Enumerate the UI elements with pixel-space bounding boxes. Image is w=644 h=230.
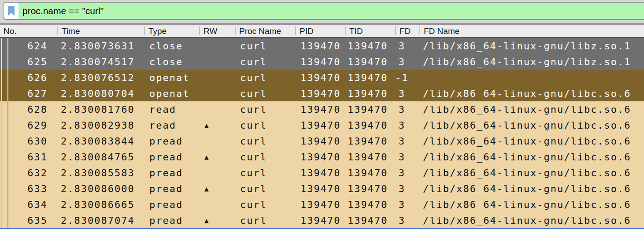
related-events-gutter xyxy=(0,70,8,85)
column-header-pid[interactable]: PID xyxy=(295,25,345,37)
no-cell: 626 xyxy=(8,72,57,83)
fd_name-cell: /lib/x86_64-linux-gnu/libz.so.1 xyxy=(419,56,644,67)
pid-cell: 139470 xyxy=(295,41,345,52)
pid-cell: 139470 xyxy=(295,120,345,131)
fd_name-cell: /lib/x86_64-linux-gnu/libc.so.6 xyxy=(419,199,644,210)
pid-cell: 139470 xyxy=(295,152,345,163)
related-events-gutter xyxy=(0,38,8,54)
fd-cell: 3 xyxy=(395,183,419,194)
pid-cell: 139470 xyxy=(295,88,345,99)
fd-cell: 3 xyxy=(395,120,419,131)
fd_name-cell: /lib/x86_64-linux-gnu/libc.so.6 xyxy=(419,104,644,115)
no-cell: 627 xyxy=(8,88,57,99)
event-row-625[interactable]: 6252.830074517closecurl1394701394703/lib… xyxy=(0,54,644,70)
column-header-proc[interactable]: Proc Name xyxy=(235,25,295,37)
time-cell: 2.830085583 xyxy=(57,167,144,178)
proc-cell: curl xyxy=(235,41,295,52)
column-header-time[interactable]: Time xyxy=(57,25,144,37)
fd-cell: 3 xyxy=(395,215,419,226)
pid-cell: 139470 xyxy=(295,136,345,147)
event-row-628[interactable]: 6282.830081760readcurl1394701394703/lib/… xyxy=(0,101,644,117)
partially-visible-selected-row[interactable] xyxy=(0,228,644,229)
pid-cell: 139470 xyxy=(295,215,345,226)
tid-cell: 139470 xyxy=(345,104,395,115)
tid-cell: 139470 xyxy=(345,199,395,210)
pid-cell: 139470 xyxy=(295,199,345,210)
type-cell: read xyxy=(144,120,199,131)
type-cell: close xyxy=(144,41,199,52)
event-row-629[interactable]: 6292.830082938read▲curl1394701394703/lib… xyxy=(0,117,644,133)
related-events-gutter xyxy=(0,181,8,197)
type-cell: close xyxy=(144,56,199,67)
tid-cell: 139470 xyxy=(345,215,395,226)
event-row-633[interactable]: 6332.830086000pread▲curl1394701394703/li… xyxy=(0,181,644,197)
rw-read-indicator-icon: ▲ xyxy=(199,153,235,161)
type-cell: pread xyxy=(144,215,199,226)
type-cell: pread xyxy=(144,136,199,147)
no-cell: 625 xyxy=(8,56,57,67)
no-cell: 631 xyxy=(8,152,57,163)
tid-cell: 139470 xyxy=(345,136,395,147)
no-cell: 635 xyxy=(8,215,57,226)
filter-input[interactable]: proc.name == "curl" xyxy=(19,3,644,19)
proc-cell: curl xyxy=(235,104,295,115)
column-header-tid[interactable]: TID xyxy=(345,25,395,37)
fd-cell: 3 xyxy=(395,56,419,67)
column-headers: No.TimeTypeRWProc NamePIDTIDFDFD Name xyxy=(0,25,644,38)
rw-read-indicator-icon: ▲ xyxy=(199,216,235,225)
related-events-gutter xyxy=(0,54,8,70)
proc-cell: curl xyxy=(235,152,295,163)
time-cell: 2.830073631 xyxy=(57,41,144,52)
type-cell: openat xyxy=(144,72,199,83)
event-list: No.TimeTypeRWProc NamePIDTIDFDFD Name 62… xyxy=(0,25,644,229)
tid-cell: 139470 xyxy=(345,72,395,83)
type-cell: openat xyxy=(144,88,199,99)
event-row-635[interactable]: 6352.830087074pread▲curl1394701394703/li… xyxy=(0,212,644,228)
event-row-632[interactable]: 6322.830085583preadcurl1394701394703/lib… xyxy=(0,165,644,181)
event-row-631[interactable]: 6312.830084765pread▲curl1394701394703/li… xyxy=(0,149,644,165)
fd-cell: 3 xyxy=(395,104,419,115)
fd_name-cell: /lib/x86_64-linux-gnu/libc.so.6 xyxy=(419,152,644,163)
proc-cell: curl xyxy=(235,183,295,194)
fd-cell: 3 xyxy=(395,41,419,52)
event-row-634[interactable]: 6342.830086665preadcurl1394701394703/lib… xyxy=(0,197,644,212)
no-cell: 634 xyxy=(8,199,57,210)
tid-cell: 139470 xyxy=(345,56,395,67)
column-header-fd[interactable]: FD xyxy=(395,25,419,37)
type-cell: pread xyxy=(144,183,199,194)
no-cell: 624 xyxy=(8,41,57,52)
event-row-630[interactable]: 6302.830083844preadcurl1394701394703/lib… xyxy=(0,133,644,149)
related-events-gutter xyxy=(0,101,8,117)
proc-cell: curl xyxy=(235,88,295,99)
time-cell: 2.830083844 xyxy=(57,136,144,147)
event-row-626[interactable]: 6262.830076512openatcurl139470139470-1 xyxy=(0,70,644,85)
related-events-gutter xyxy=(0,197,8,212)
tid-cell: 139470 xyxy=(345,167,395,178)
fd-cell: 3 xyxy=(395,167,419,178)
column-header-no[interactable]: No. xyxy=(0,25,57,37)
event-row-624[interactable]: 6242.830073631closecurl1394701394703/lib… xyxy=(0,38,644,54)
related-events-gutter xyxy=(0,85,8,101)
no-cell: 630 xyxy=(8,136,57,147)
display-filter-field[interactable]: proc.name == "curl" xyxy=(3,2,644,20)
tid-cell: 139470 xyxy=(345,183,395,194)
time-cell: 2.830084765 xyxy=(57,152,144,163)
column-header-rw[interactable]: RW xyxy=(199,25,235,37)
rw-read-indicator-icon: ▲ xyxy=(199,121,235,130)
no-cell: 632 xyxy=(8,167,57,178)
column-header-fd_name[interactable]: FD Name xyxy=(419,25,644,37)
fd_name-cell: /lib/x86_64-linux-gnu/libc.so.6 xyxy=(419,183,644,194)
rw-read-indicator-icon: ▲ xyxy=(199,185,235,193)
column-header-type[interactable]: Type xyxy=(144,25,199,37)
time-cell: 2.830080704 xyxy=(57,88,144,99)
type-cell: pread xyxy=(144,152,199,163)
fd-cell: 3 xyxy=(395,136,419,147)
filter-bookmark-button[interactable] xyxy=(4,3,19,19)
filter-toolbar: proc.name == "curl" xyxy=(0,0,644,23)
fd_name-cell: /lib/x86_64-linux-gnu/libc.so.6 xyxy=(419,136,644,147)
proc-cell: curl xyxy=(235,136,295,147)
time-cell: 2.830086000 xyxy=(57,183,144,194)
fd_name-cell: /lib/x86_64-linux-gnu/libc.so.6 xyxy=(419,88,644,99)
event-row-627[interactable]: 6272.830080704openatcurl1394701394703/li… xyxy=(0,85,644,101)
fd_name-cell: /lib/x86_64-linux-gnu/libz.so.1 xyxy=(419,41,644,52)
